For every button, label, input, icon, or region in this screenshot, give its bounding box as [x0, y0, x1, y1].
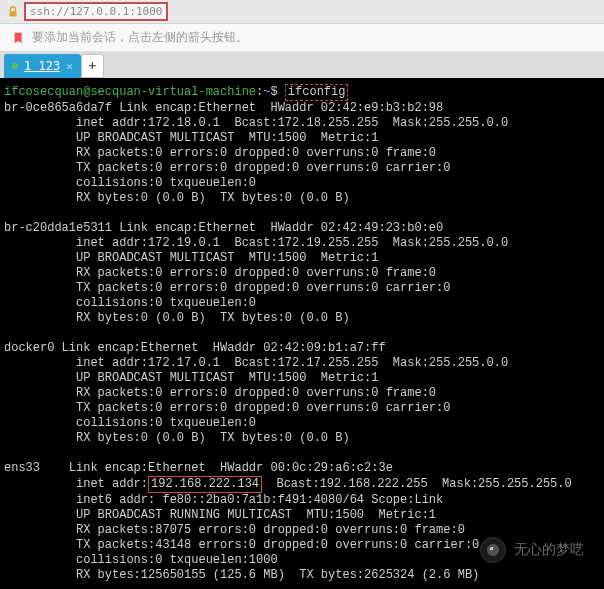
tab-label: 1 123	[24, 59, 60, 73]
bookmark-icon	[12, 31, 26, 45]
address-url[interactable]: ssh://127.0.0.1:1000	[24, 2, 168, 21]
lock-icon	[6, 5, 20, 19]
tab-session-1[interactable]: 1 123 ×	[4, 54, 81, 78]
hint-text: 要添加当前会话，点击左侧的箭头按钮。	[32, 29, 248, 46]
svg-rect-0	[10, 11, 17, 16]
ip-highlight: 192.168.222.134	[148, 476, 262, 493]
status-dot-icon	[12, 63, 18, 69]
new-tab-button[interactable]: +	[81, 54, 104, 78]
terminal-output[interactable]: ifcosecquan@secquan-virtual-machine:~$ i…	[0, 78, 604, 589]
tab-bar: 1 123 × +	[0, 52, 604, 78]
command-highlight: ifconfig	[285, 84, 349, 101]
hint-bar: 要添加当前会话，点击左侧的箭头按钮。	[0, 24, 604, 52]
close-icon[interactable]: ×	[66, 60, 73, 73]
address-bar: ssh://127.0.0.1:1000	[0, 0, 604, 24]
